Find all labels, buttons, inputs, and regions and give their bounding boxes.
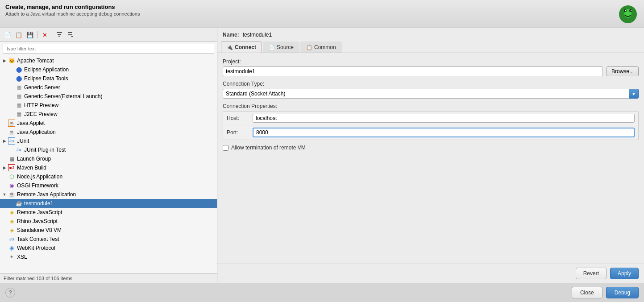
launch-group-arrow	[2, 156, 7, 161]
tree-item-standalone-v8[interactable]: ◈ Standalone V8 VM	[0, 226, 217, 235]
rhino-js-icon: ◈	[8, 218, 15, 225]
java-app-icon: ☕	[8, 128, 15, 136]
tree-item-generic-server[interactable]: ▦ Generic Server	[0, 83, 217, 92]
tree-item-eclipse-data[interactable]: ⬤ Eclipse Data Tools	[0, 74, 217, 83]
name-row: Name: testmodule1	[217, 28, 644, 41]
tree-item-remote-js[interactable]: ◈ Remote JavaScript	[0, 208, 217, 217]
tree-item-java-app[interactable]: ☕ Java Application	[0, 128, 217, 137]
host-port-section: Host: Port:	[223, 111, 639, 140]
java-applet-icon: ☕	[8, 120, 15, 127]
junit-plugin-arrow	[9, 147, 14, 153]
project-input[interactable]	[223, 66, 603, 76]
standalone-v8-icon: ◈	[8, 227, 15, 234]
more-options-button[interactable]	[66, 30, 75, 40]
tree-item-java-applet[interactable]: ☕ Java Applet	[0, 119, 217, 128]
tree-item-testmodule1[interactable]: ☕ testmodule1	[0, 199, 217, 208]
new-config-button[interactable]: 📄	[3, 30, 12, 40]
port-row: Port:	[223, 125, 638, 140]
app-logo	[617, 4, 639, 25]
source-tab-icon: 📄	[269, 45, 275, 50]
svg-rect-9	[58, 34, 61, 35]
testmodule1-label: testmodule1	[24, 200, 53, 207]
tree-item-junit-plugin[interactable]: Ju JUnit Plug-in Test	[0, 145, 217, 154]
tree-item-nodejs[interactable]: ⬡ Node.js Application	[0, 172, 217, 181]
tree-item-xsl[interactable]: ✦ XSL	[0, 252, 217, 261]
tab-source[interactable]: 📄 Source	[263, 41, 299, 53]
tree-item-junit[interactable]: Ju JUnit	[0, 137, 217, 145]
tree-item-rhino-js[interactable]: ◈ Rhino JavaScript	[0, 217, 217, 226]
duplicate-config-button[interactable]: 📋	[14, 30, 24, 40]
maven-build-arrow	[2, 165, 7, 170]
filter-config-button[interactable]	[54, 30, 64, 40]
common-tab-icon: 📋	[306, 45, 312, 50]
remote-java-arrow	[2, 192, 7, 197]
junit-arrow	[2, 138, 7, 144]
tab-connect[interactable]: 🔌 Connect	[221, 41, 262, 53]
toolbar-separator	[37, 31, 37, 38]
nodejs-label: Node.js Application	[17, 174, 62, 180]
toolbar-separator-2	[52, 31, 52, 38]
tree-item-webkit[interactable]: ◉ WebKit Protocol	[0, 244, 217, 252]
tree-item-remote-java[interactable]: ☕ Remote Java Application	[0, 190, 217, 199]
remote-js-icon: ◈	[8, 209, 15, 216]
svg-rect-8	[57, 32, 62, 33]
osgi-label: OSGi Framework	[17, 182, 58, 189]
dialog: Create, manage, and run configurations A…	[0, 0, 644, 302]
apply-button[interactable]: Apply	[610, 268, 639, 279]
http-preview-arrow	[9, 103, 14, 108]
osgi-icon: ◉	[8, 182, 15, 189]
port-input[interactable]	[253, 128, 635, 137]
debug-button[interactable]: Debug	[606, 287, 639, 298]
delete-config-button[interactable]: ✕	[40, 30, 50, 40]
revert-button[interactable]: Revert	[576, 268, 607, 279]
save-config-button[interactable]: 💾	[25, 30, 35, 40]
remote-java-label: Remote Java Application	[17, 191, 76, 198]
host-row: Host:	[223, 112, 638, 125]
maven-build-icon: m2	[8, 164, 15, 171]
config-tree[interactable]: 🐱 Apache Tomcat ⬤ Eclipse Application ⬤ …	[0, 55, 217, 273]
task-context-label: Task Context Test	[17, 236, 59, 242]
junit-icon: Ju	[8, 137, 15, 145]
connection-type-select[interactable]: Standard (Socket Attach) Standard (Socke…	[223, 89, 639, 99]
generic-server-arrow	[9, 85, 14, 90]
browse-button[interactable]: Browse...	[607, 66, 639, 76]
project-label: Project:	[223, 58, 639, 65]
apache-tomcat-arrow	[2, 58, 7, 63]
maven-build-label: Maven Build	[17, 165, 46, 171]
config-content: Project: Browse... Connection Type: Stan…	[217, 53, 644, 264]
project-field: Project: Browse...	[223, 58, 639, 76]
eclipse-data-arrow	[9, 76, 14, 81]
webkit-arrow	[2, 245, 7, 251]
tree-item-launch-group[interactable]: ▦ Launch Group	[0, 154, 217, 163]
generic-server-label: Generic Server	[24, 84, 60, 91]
tree-item-http-preview[interactable]: ▦ HTTP Preview	[0, 101, 217, 110]
close-button[interactable]: Close	[572, 287, 602, 298]
host-input[interactable]	[253, 114, 635, 123]
connection-type-select-wrapper: Standard (Socket Attach) Standard (Socke…	[223, 89, 639, 99]
generic-server-ext-label: Generic Server(External Launch)	[24, 93, 102, 99]
tree-item-eclipse-app[interactable]: ⬤ Eclipse Application	[0, 65, 217, 74]
tree-item-maven-build[interactable]: m2 Maven Build	[0, 163, 217, 172]
java-app-label: Java Application	[17, 129, 56, 135]
standalone-v8-label: Standalone V8 VM	[17, 227, 62, 233]
testmodule1-icon: ☕	[15, 200, 22, 207]
left-panel: 📄 📋 💾 ✕	[0, 28, 217, 283]
tree-item-j2ee-preview[interactable]: ▦ J2EE Preview	[0, 110, 217, 119]
task-context-arrow	[2, 236, 7, 242]
remote-js-label: Remote JavaScript	[17, 209, 62, 215]
tree-item-apache-tomcat[interactable]: 🐱 Apache Tomcat	[0, 56, 217, 65]
standalone-v8-arrow	[2, 228, 7, 233]
j2ee-preview-label: J2EE Preview	[24, 111, 58, 117]
webkit-icon: ◉	[8, 244, 15, 252]
help-button[interactable]: ?	[5, 288, 15, 298]
tree-item-osgi[interactable]: ◉ OSGi Framework	[0, 181, 217, 190]
nodejs-icon: ⬡	[8, 173, 15, 180]
connection-props: Connection Properties: Host: Port:	[223, 103, 639, 140]
generic-server-ext-icon: ▦	[15, 93, 22, 100]
filter-input[interactable]	[3, 44, 214, 54]
tree-item-generic-server-ext[interactable]: ▦ Generic Server(External Launch)	[0, 92, 217, 101]
eclipse-app-arrow	[9, 67, 14, 72]
tab-common[interactable]: 📋 Common	[300, 41, 342, 53]
tree-item-task-context[interactable]: Ju Task Context Test	[0, 235, 217, 244]
allow-termination-checkbox[interactable]	[223, 145, 229, 151]
